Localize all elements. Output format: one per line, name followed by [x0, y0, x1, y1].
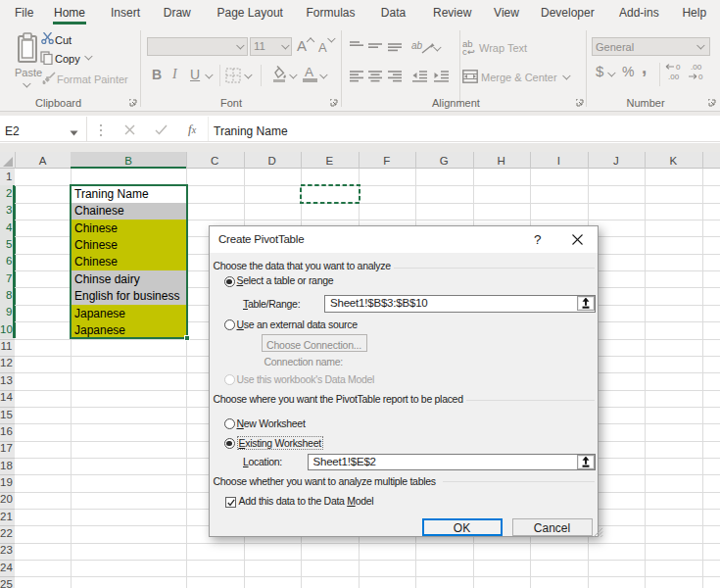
- svg-text:.00: .00: [691, 63, 702, 72]
- svg-text:.00: .00: [668, 73, 680, 80]
- svg-text:0: 0: [698, 73, 703, 80]
- svg-text:0: 0: [676, 63, 681, 72]
